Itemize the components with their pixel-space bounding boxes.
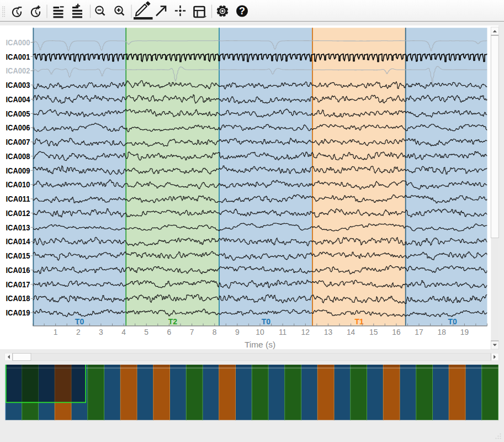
- svg-text:ICA004: ICA004: [6, 95, 30, 104]
- svg-text:15: 15: [369, 328, 378, 336]
- svg-text:T0: T0: [75, 317, 84, 326]
- svg-text:T2: T2: [168, 317, 178, 326]
- svg-text:ICA005: ICA005: [6, 109, 30, 118]
- svg-text:ICA015: ICA015: [6, 251, 30, 260]
- svg-text:14: 14: [347, 328, 356, 336]
- svg-text:Time (s): Time (s): [245, 340, 275, 349]
- svg-text:8: 8: [213, 328, 217, 336]
- svg-text:T0: T0: [448, 317, 457, 326]
- svg-text:6: 6: [167, 328, 172, 336]
- svg-text:ICA016: ICA016: [6, 266, 30, 275]
- svg-text:10: 10: [256, 328, 264, 336]
- svg-text:11: 11: [279, 328, 287, 336]
- svg-text:2: 2: [76, 328, 81, 336]
- svg-text:1: 1: [54, 328, 58, 336]
- svg-text:9: 9: [235, 328, 240, 336]
- svg-text:ICA019: ICA019: [6, 308, 30, 317]
- svg-text:3: 3: [99, 328, 103, 336]
- svg-text:7: 7: [190, 328, 194, 336]
- svg-text:ICA008: ICA008: [6, 152, 30, 161]
- svg-text:ICA013: ICA013: [6, 223, 30, 232]
- svg-text:ICA007: ICA007: [6, 138, 30, 146]
- svg-text:ICA001: ICA001: [6, 52, 30, 61]
- svg-text:ICA000: ICA000: [6, 38, 30, 47]
- svg-text:ICA002: ICA002: [6, 66, 30, 75]
- svg-text:ICA018: ICA018: [6, 294, 30, 303]
- svg-text:ICA003: ICA003: [6, 81, 30, 90]
- svg-text:5: 5: [144, 328, 148, 336]
- svg-text:ICA011: ICA011: [6, 194, 30, 203]
- svg-text:ICA012: ICA012: [6, 209, 30, 218]
- svg-text:T0: T0: [262, 317, 271, 326]
- svg-text:ICA009: ICA009: [6, 166, 30, 175]
- svg-text:4: 4: [121, 328, 126, 336]
- svg-text:ICA014: ICA014: [6, 237, 30, 246]
- svg-text:12: 12: [301, 328, 310, 336]
- svg-text:18: 18: [438, 328, 447, 336]
- svg-text:ICA017: ICA017: [6, 280, 30, 289]
- svg-text:ICA010: ICA010: [6, 180, 30, 189]
- svg-text:ICA006: ICA006: [6, 123, 30, 132]
- svg-text:19: 19: [460, 328, 469, 336]
- svg-text:13: 13: [324, 328, 333, 336]
- svg-text:17: 17: [415, 328, 423, 336]
- svg-text:16: 16: [392, 328, 401, 336]
- svg-text:?: ?: [239, 6, 245, 17]
